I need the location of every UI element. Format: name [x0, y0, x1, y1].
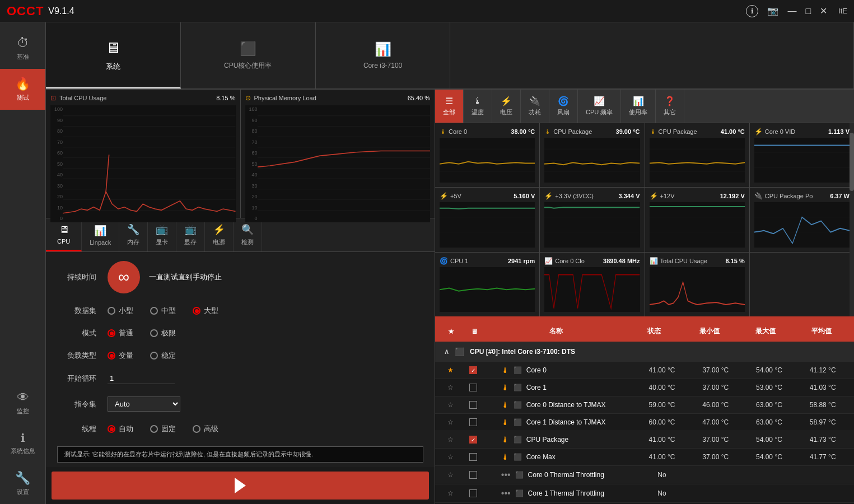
sensor-tab-power[interactable]: 🔌 功耗	[521, 90, 549, 123]
sub-tab-detect[interactable]: 🔍 检测	[234, 218, 262, 251]
thread-advanced[interactable]: 高级	[193, 424, 218, 434]
sensor-tab-temp[interactable]: 🌡 温度	[464, 90, 492, 123]
5v-name: +5V	[450, 193, 514, 199]
sensor-card-cpupow: 🔌 CPU Package Po 6.37 W	[750, 188, 854, 251]
12v-icon: ⚡	[650, 192, 658, 200]
sensor-scrollbar[interactable]	[850, 123, 854, 316]
33v-value: 3.344 V	[619, 193, 640, 199]
cell-mon-5[interactable]	[462, 453, 484, 461]
thread-auto[interactable]: 自动	[108, 424, 133, 434]
dataset-large[interactable]: 大型	[193, 306, 218, 316]
camera-button[interactable]: 📷	[767, 6, 778, 16]
start-button[interactable]	[52, 472, 429, 500]
cell-name-2: 🌡 ⬛ Core 0 Distance to TJMAX	[484, 400, 635, 409]
sensor-tab-fan[interactable]: 🌀 风扇	[549, 90, 578, 123]
cell-star-6[interactable]: ☆	[440, 471, 462, 479]
radio-stable	[150, 352, 158, 360]
row-mon-icon-2: ⬛	[514, 401, 522, 409]
cell-star-0[interactable]: ★	[440, 366, 462, 374]
dataset-small[interactable]: 小型	[108, 306, 133, 316]
tab-cpu-cores[interactable]: ⬛ CPU核心使用率	[181, 22, 316, 88]
load-variable[interactable]: 变量	[108, 351, 133, 361]
svg-rect-47	[754, 202, 850, 247]
cell-star-7[interactable]: ☆	[440, 489, 462, 497]
infinity-button[interactable]: ∞	[108, 261, 140, 293]
cell-star-5[interactable]: ☆	[440, 453, 462, 461]
cell-min-1: 37.00 °C	[689, 384, 743, 391]
checkbox-7[interactable]	[469, 489, 477, 497]
core0-chart	[440, 138, 535, 183]
row-mon-icon-3: ⬛	[514, 418, 522, 426]
sensor-scrollbar-thumb[interactable]	[850, 133, 854, 191]
cell-name-7: ••• ⬛ Core 1 Thermal Throttling	[484, 488, 635, 498]
cell-star-1[interactable]: ☆	[440, 384, 462, 391]
sensor-card-header-3: ⚡ Core 0 VID 1.113 V	[754, 128, 850, 136]
sub-tab-power[interactable]: ⚡ 电源	[205, 218, 234, 251]
checkbox-5[interactable]	[469, 453, 477, 461]
sidebar-item-benchmark[interactable]: ⏱ 基准	[0, 28, 45, 69]
row-name-4: CPU Package	[526, 436, 568, 444]
cpuusage-chart	[650, 267, 745, 312]
cpupkg41-chart	[650, 138, 745, 183]
cell-star-4[interactable]: ☆	[440, 436, 462, 444]
cell-star-3[interactable]: ☆	[440, 418, 462, 426]
cpufreq-label: CPU 频率	[586, 108, 613, 116]
memory-icon: 🔧	[127, 223, 139, 236]
fixed-label: 固定	[161, 424, 176, 434]
cycle-input[interactable]	[108, 373, 175, 384]
sub-tabs: 🖥 CPU 📊 Linpack 🔧 内存 📺 显卡	[46, 218, 435, 252]
charts-row: ⊡ Total CPU Usage 8.15 % 100 90 80 70 60	[46, 90, 435, 218]
sub-tab-linpack[interactable]: 📊 Linpack	[82, 218, 119, 251]
sensor-tab-volt[interactable]: ⚡ 电压	[492, 90, 521, 123]
core-i3-label: Core i3-7100	[363, 62, 402, 69]
cell-mon-3[interactable]	[462, 418, 484, 426]
sidebar-item-monitor[interactable]: 👁 监控	[0, 382, 45, 423]
sensor-tab-all[interactable]: ☰ 全部	[435, 90, 464, 123]
instruction-select[interactable]: Auto	[108, 396, 180, 412]
close-button[interactable]: ✕	[820, 6, 827, 16]
sidebar-item-test[interactable]: 🔥 测试	[0, 69, 45, 110]
cell-mon-1[interactable]	[462, 384, 484, 391]
cell-mon-2[interactable]	[462, 401, 484, 409]
checkbox-2[interactable]	[469, 401, 477, 409]
maximize-button[interactable]: □	[805, 6, 811, 16]
cell-star-2[interactable]: ☆	[440, 401, 462, 409]
cell-mon-6[interactable]	[462, 471, 484, 479]
checkbox-4[interactable]: ✓	[469, 436, 477, 444]
thread-fixed[interactable]: 固定	[150, 424, 176, 434]
dataset-medium[interactable]: 中型	[150, 306, 176, 316]
cell-mon-0[interactable]: ✓	[462, 366, 484, 374]
volt-icon: ⚡	[501, 96, 512, 106]
benchmark-label: 基准	[17, 53, 29, 61]
cell-status-0: 41.00 °C	[635, 366, 689, 374]
sidebar-item-settings[interactable]: 🔧 设置	[0, 463, 45, 504]
cpupkg39-icon: 🌡	[544, 128, 551, 136]
minimize-button[interactable]: —	[787, 6, 796, 16]
cpu-group-expand-icon[interactable]: ∧	[444, 348, 449, 356]
sidebar-item-sysinfo[interactable]: ℹ 系统信息	[0, 423, 45, 463]
sub-tab-memory[interactable]: 🔧 内存	[119, 218, 148, 251]
33v-name: +3.3V (3VCC)	[555, 193, 618, 199]
checkbox-0[interactable]: ✓	[469, 366, 477, 374]
sensor-tab-other[interactable]: ❓ 其它	[656, 90, 684, 123]
info-button[interactable]: ℹ	[746, 5, 758, 17]
sub-tab-gpu[interactable]: 📺 显卡	[148, 218, 176, 251]
cell-status-3: 60.00 °C	[635, 418, 689, 426]
sensor-tab-usage[interactable]: 📊 使用率	[621, 90, 656, 123]
table-row: ☆ 🌡 ⬛ Core 1 40.00 °C 37.00 °C 53.00 °C …	[435, 379, 854, 396]
sub-tab-cpu[interactable]: 🖥 CPU	[46, 218, 82, 251]
checkbox-6[interactable]	[469, 471, 477, 479]
load-stable[interactable]: 稳定	[150, 351, 176, 361]
row-mon-icon-6: ⬛	[515, 471, 524, 479]
cell-mon-7[interactable]	[462, 489, 484, 497]
sub-tab-vram[interactable]: 📺 显存	[176, 218, 205, 251]
sensor-tab-cpufreq[interactable]: 📈 CPU 频率	[578, 90, 621, 123]
tab-system[interactable]: 🖥 系统	[46, 22, 181, 88]
checkbox-1[interactable]	[469, 384, 477, 391]
cpu-cores-icon: ⬛	[240, 41, 256, 57]
cell-mon-4[interactable]: ✓	[462, 436, 484, 444]
mode-normal[interactable]: 普通	[108, 328, 133, 338]
checkbox-3[interactable]	[469, 418, 477, 426]
mode-extreme[interactable]: 极限	[150, 328, 176, 338]
tab-core-i3[interactable]: 📊 Core i3-7100	[316, 22, 451, 88]
